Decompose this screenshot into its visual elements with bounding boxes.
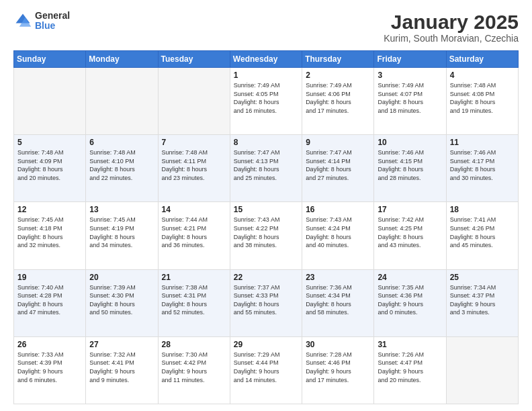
month-title: January 2025 <box>384 11 519 33</box>
day-info: Sunrise: 7:39 AM Sunset: 4:30 PM Dayligh… <box>89 283 154 317</box>
calendar-week-row: 19Sunrise: 7:40 AM Sunset: 4:28 PM Dayli… <box>14 269 519 336</box>
day-number: 24 <box>378 273 442 282</box>
day-number: 2 <box>306 71 370 80</box>
day-number: 21 <box>162 273 226 282</box>
table-row: 27Sunrise: 7:32 AM Sunset: 4:41 PM Dayli… <box>86 336 158 404</box>
day-number: 22 <box>234 273 298 282</box>
day-number: 19 <box>17 273 82 282</box>
logo-icon <box>13 11 32 30</box>
table-row: 29Sunrise: 7:29 AM Sunset: 4:44 PM Dayli… <box>230 336 302 404</box>
day-number: 18 <box>450 205 515 214</box>
day-number: 3 <box>378 71 442 80</box>
location-subtitle: Kurim, South Moravian, Czechia <box>384 33 519 44</box>
day-number: 10 <box>378 138 442 147</box>
table-row <box>158 68 230 135</box>
table-row: 21Sunrise: 7:38 AM Sunset: 4:31 PM Dayli… <box>158 269 230 336</box>
day-info: Sunrise: 7:26 AM Sunset: 4:47 PM Dayligh… <box>378 351 442 384</box>
day-number: 13 <box>89 205 154 214</box>
col-sunday: Sunday <box>14 51 86 68</box>
day-info: Sunrise: 7:29 AM Sunset: 4:44 PM Dayligh… <box>234 351 298 384</box>
day-number: 31 <box>378 340 442 349</box>
logo-text: General Blue <box>35 11 70 32</box>
day-number: 15 <box>234 205 298 214</box>
table-row: 24Sunrise: 7:35 AM Sunset: 4:36 PM Dayli… <box>374 269 446 336</box>
day-info: Sunrise: 7:49 AM Sunset: 4:06 PM Dayligh… <box>306 81 370 115</box>
day-info: Sunrise: 7:47 AM Sunset: 4:14 PM Dayligh… <box>306 148 370 182</box>
table-row: 4Sunrise: 7:48 AM Sunset: 4:08 PM Daylig… <box>446 68 518 135</box>
header-row: Sunday Monday Tuesday Wednesday Thursday… <box>14 51 519 68</box>
day-info: Sunrise: 7:28 AM Sunset: 4:46 PM Dayligh… <box>306 351 370 384</box>
col-thursday: Thursday <box>302 51 374 68</box>
table-row: 14Sunrise: 7:44 AM Sunset: 4:21 PM Dayli… <box>158 202 230 269</box>
day-number: 26 <box>17 340 82 349</box>
logo-general-text: General <box>35 11 70 21</box>
day-info: Sunrise: 7:36 AM Sunset: 4:34 PM Dayligh… <box>306 283 370 317</box>
table-row: 10Sunrise: 7:46 AM Sunset: 4:15 PM Dayli… <box>374 135 446 202</box>
day-number: 12 <box>17 205 82 214</box>
table-row: 9Sunrise: 7:47 AM Sunset: 4:14 PM Daylig… <box>302 135 374 202</box>
table-row: 5Sunrise: 7:48 AM Sunset: 4:09 PM Daylig… <box>14 135 86 202</box>
day-number: 1 <box>234 71 298 80</box>
day-number: 8 <box>234 138 298 147</box>
logo-blue-text: Blue <box>35 21 70 31</box>
table-row: 18Sunrise: 7:41 AM Sunset: 4:26 PM Dayli… <box>446 202 518 269</box>
calendar-table: Sunday Monday Tuesday Wednesday Thursday… <box>13 50 519 404</box>
table-row: 28Sunrise: 7:30 AM Sunset: 4:42 PM Dayli… <box>158 336 230 404</box>
table-row: 2Sunrise: 7:49 AM Sunset: 4:06 PM Daylig… <box>302 68 374 135</box>
col-tuesday: Tuesday <box>158 51 230 68</box>
calendar-week-row: 26Sunrise: 7:33 AM Sunset: 4:39 PM Dayli… <box>14 336 519 404</box>
day-info: Sunrise: 7:48 AM Sunset: 4:09 PM Dayligh… <box>17 148 82 182</box>
day-number: 16 <box>306 205 370 214</box>
table-row: 30Sunrise: 7:28 AM Sunset: 4:46 PM Dayli… <box>302 336 374 404</box>
day-info: Sunrise: 7:49 AM Sunset: 4:05 PM Dayligh… <box>234 81 298 115</box>
day-info: Sunrise: 7:38 AM Sunset: 4:31 PM Dayligh… <box>162 283 226 317</box>
table-row: 11Sunrise: 7:46 AM Sunset: 4:17 PM Dayli… <box>446 135 518 202</box>
page: General Blue January 2025 Kurim, South M… <box>0 0 532 411</box>
day-number: 9 <box>306 138 370 147</box>
day-info: Sunrise: 7:48 AM Sunset: 4:08 PM Dayligh… <box>450 81 515 115</box>
calendar-week-row: 1Sunrise: 7:49 AM Sunset: 4:05 PM Daylig… <box>14 68 519 135</box>
day-number: 4 <box>450 71 515 80</box>
day-number: 7 <box>162 138 226 147</box>
table-row <box>446 336 518 404</box>
day-number: 14 <box>162 205 226 214</box>
day-info: Sunrise: 7:32 AM Sunset: 4:41 PM Dayligh… <box>89 351 154 384</box>
day-number: 5 <box>17 138 82 147</box>
table-row: 7Sunrise: 7:48 AM Sunset: 4:11 PM Daylig… <box>158 135 230 202</box>
calendar-week-row: 5Sunrise: 7:48 AM Sunset: 4:09 PM Daylig… <box>14 135 519 202</box>
day-info: Sunrise: 7:45 AM Sunset: 4:19 PM Dayligh… <box>89 216 154 249</box>
table-row: 31Sunrise: 7:26 AM Sunset: 4:47 PM Dayli… <box>374 336 446 404</box>
table-row: 15Sunrise: 7:43 AM Sunset: 4:22 PM Dayli… <box>230 202 302 269</box>
day-info: Sunrise: 7:43 AM Sunset: 4:22 PM Dayligh… <box>234 216 298 249</box>
col-friday: Friday <box>374 51 446 68</box>
day-info: Sunrise: 7:34 AM Sunset: 4:37 PM Dayligh… <box>450 283 515 317</box>
table-row: 22Sunrise: 7:37 AM Sunset: 4:33 PM Dayli… <box>230 269 302 336</box>
day-info: Sunrise: 7:48 AM Sunset: 4:11 PM Dayligh… <box>162 148 226 182</box>
day-info: Sunrise: 7:41 AM Sunset: 4:26 PM Dayligh… <box>450 216 515 249</box>
day-number: 6 <box>89 138 154 147</box>
day-info: Sunrise: 7:45 AM Sunset: 4:18 PM Dayligh… <box>17 216 82 249</box>
day-info: Sunrise: 7:35 AM Sunset: 4:36 PM Dayligh… <box>378 283 442 317</box>
day-number: 20 <box>89 273 154 282</box>
day-info: Sunrise: 7:33 AM Sunset: 4:39 PM Dayligh… <box>17 351 82 384</box>
title-block: January 2025 Kurim, South Moravian, Czec… <box>384 11 519 44</box>
table-row: 1Sunrise: 7:49 AM Sunset: 4:05 PM Daylig… <box>230 68 302 135</box>
table-row <box>86 68 158 135</box>
table-row: 26Sunrise: 7:33 AM Sunset: 4:39 PM Dayli… <box>14 336 86 404</box>
day-info: Sunrise: 7:46 AM Sunset: 4:15 PM Dayligh… <box>378 148 442 182</box>
table-row: 25Sunrise: 7:34 AM Sunset: 4:37 PM Dayli… <box>446 269 518 336</box>
table-row: 13Sunrise: 7:45 AM Sunset: 4:19 PM Dayli… <box>86 202 158 269</box>
day-number: 11 <box>450 138 515 147</box>
day-info: Sunrise: 7:30 AM Sunset: 4:42 PM Dayligh… <box>162 351 226 384</box>
day-number: 23 <box>306 273 370 282</box>
table-row: 12Sunrise: 7:45 AM Sunset: 4:18 PM Dayli… <box>14 202 86 269</box>
day-info: Sunrise: 7:46 AM Sunset: 4:17 PM Dayligh… <box>450 148 515 182</box>
logo: General Blue <box>13 11 70 32</box>
calendar-week-row: 12Sunrise: 7:45 AM Sunset: 4:18 PM Dayli… <box>14 202 519 269</box>
table-row <box>14 68 86 135</box>
table-row: 20Sunrise: 7:39 AM Sunset: 4:30 PM Dayli… <box>86 269 158 336</box>
calendar-header: Sunday Monday Tuesday Wednesday Thursday… <box>14 51 519 68</box>
day-info: Sunrise: 7:37 AM Sunset: 4:33 PM Dayligh… <box>234 283 298 317</box>
day-info: Sunrise: 7:49 AM Sunset: 4:07 PM Dayligh… <box>378 81 442 115</box>
day-info: Sunrise: 7:43 AM Sunset: 4:24 PM Dayligh… <box>306 216 370 249</box>
